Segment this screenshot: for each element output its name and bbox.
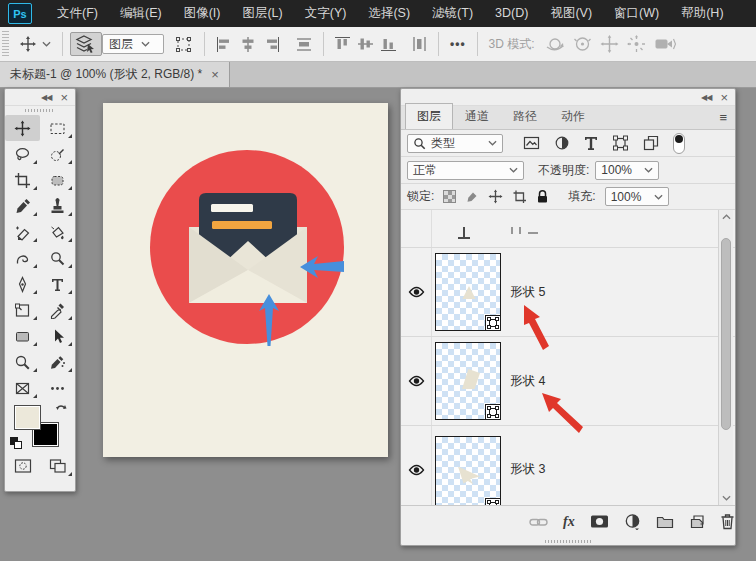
eraser-tool[interactable]: [5, 219, 40, 245]
tab-actions[interactable]: 动作: [549, 103, 597, 129]
slice-tool[interactable]: [5, 375, 40, 401]
dodge-tool[interactable]: [40, 245, 75, 271]
lock-artboard-icon[interactable]: [512, 189, 527, 204]
eyedropper-tool[interactable]: [40, 297, 75, 323]
layer-thumbnail[interactable]: [435, 253, 501, 331]
collapse-panel-icon[interactable]: ◀◀: [701, 93, 711, 102]
layer-row-shape3[interactable]: 形状 3: [401, 426, 735, 505]
align-bottom-button[interactable]: [377, 32, 400, 56]
lasso-tool[interactable]: [5, 141, 40, 167]
filter-adjustment-layers-icon[interactable]: [554, 135, 570, 151]
menu-window[interactable]: 窗口(W): [603, 0, 670, 27]
more-align-options-button[interactable]: •••: [446, 32, 470, 56]
align-left-button[interactable]: [212, 32, 236, 56]
close-panel-icon[interactable]: ×: [60, 91, 68, 104]
delete-layer-icon[interactable]: [720, 513, 735, 530]
filter-type-layers-icon[interactable]: [584, 135, 598, 151]
edit-toolbar-button[interactable]: [40, 375, 75, 401]
quick-mask-button[interactable]: [5, 453, 40, 479]
align-right-button[interactable]: [260, 32, 284, 56]
rectangular-marquee-tool[interactable]: [40, 115, 75, 141]
panel-menu-icon[interactable]: ≡: [719, 110, 727, 125]
collapse-panel-icon[interactable]: ◀◀: [41, 93, 51, 102]
lock-image-pixels-icon[interactable]: [465, 190, 479, 204]
tab-channels[interactable]: 通道: [453, 103, 501, 129]
layer-style-button[interactable]: fx: [563, 514, 575, 530]
distribute-vertical-button[interactable]: [408, 32, 431, 56]
path-selection-tool[interactable]: [40, 323, 75, 349]
layer-row-shape5[interactable]: 形状 5: [401, 248, 735, 337]
panel-resize-grip[interactable]: [401, 537, 735, 545]
filter-shape-layers-icon[interactable]: [612, 135, 629, 151]
filter-type-dropdown[interactable]: 类型: [407, 134, 503, 153]
scroll-down-icon[interactable]: [722, 495, 731, 501]
options-bar-grip[interactable]: [2, 31, 9, 57]
auto-select-target-dropdown[interactable]: 图层: [102, 34, 164, 54]
filter-pixel-layers-icon[interactable]: [523, 135, 540, 151]
canvas-document[interactable]: [103, 103, 388, 457]
photoshop-logo[interactable]: Ps: [8, 3, 32, 24]
menu-help[interactable]: 帮助(H): [670, 0, 734, 27]
new-group-icon[interactable]: [656, 514, 674, 529]
filter-smart-objects-icon[interactable]: [643, 135, 659, 151]
crop-tool[interactable]: [5, 167, 40, 193]
close-panel-icon[interactable]: ×: [720, 91, 728, 104]
auto-select-button[interactable]: [70, 32, 102, 56]
3d-roll-button[interactable]: [569, 32, 596, 56]
3d-slide-button[interactable]: [623, 32, 650, 56]
menu-edit[interactable]: 编辑(E): [109, 0, 173, 27]
layer-row-shape4[interactable]: 形状 4: [401, 337, 735, 426]
visibility-toggle[interactable]: [401, 375, 431, 387]
layers-scrollbar[interactable]: [718, 210, 733, 505]
tab-paths[interactable]: 路径: [501, 103, 549, 129]
3d-zoom-camera-button[interactable]: [650, 32, 680, 56]
menu-3d[interactable]: 3D(D): [484, 0, 539, 27]
align-top-button[interactable]: [331, 32, 354, 56]
lock-transparent-pixels-icon[interactable]: [443, 190, 456, 203]
close-document-icon[interactable]: ×: [211, 68, 219, 81]
menu-type[interactable]: 文字(Y): [294, 0, 358, 27]
3d-pan-button[interactable]: [596, 32, 623, 56]
menu-image[interactable]: 图像(I): [173, 0, 232, 27]
foreground-color-swatch[interactable]: [14, 405, 41, 430]
visibility-toggle[interactable]: [401, 464, 431, 476]
menu-filter[interactable]: 滤镜(T): [421, 0, 484, 27]
screen-mode-button[interactable]: [40, 453, 75, 479]
clone-stamp-tool[interactable]: [40, 193, 75, 219]
swap-colors-icon[interactable]: [55, 403, 68, 416]
filter-toggle-switch[interactable]: [673, 133, 685, 154]
add-layer-mask-icon[interactable]: [590, 514, 609, 529]
scrollbar-thumb[interactable]: [721, 238, 731, 430]
scroll-up-icon[interactable]: [722, 214, 731, 220]
move-tool[interactable]: [5, 115, 40, 141]
align-horizontal-center-button[interactable]: [236, 32, 260, 56]
menu-file[interactable]: 文件(F): [46, 0, 109, 27]
move-tool-preset-icon[interactable]: [15, 32, 55, 56]
healing-patch-tool[interactable]: [40, 167, 75, 193]
quick-selection-tool[interactable]: [40, 141, 75, 167]
document-tab[interactable]: 未标题-1 @ 100% (形状 2, RGB/8) * ×: [0, 62, 230, 87]
3d-orbit-button[interactable]: [541, 32, 569, 56]
fill-dropdown[interactable]: 100%: [605, 187, 669, 206]
blend-mode-dropdown[interactable]: 正常: [407, 161, 524, 180]
default-colors-icon[interactable]: [10, 437, 23, 449]
layer-name[interactable]: 形状 4: [510, 373, 545, 390]
layer-row-partial[interactable]: [401, 210, 735, 248]
lock-position-icon[interactable]: [488, 189, 503, 204]
brush-tool[interactable]: [5, 193, 40, 219]
align-vertical-center-button[interactable]: [354, 32, 377, 56]
tab-layers[interactable]: 图层: [405, 103, 453, 129]
shape-tool[interactable]: [5, 323, 40, 349]
type-tool[interactable]: [40, 271, 75, 297]
layer-thumbnail[interactable]: [435, 436, 501, 506]
pen-tool[interactable]: [5, 271, 40, 297]
layer-name[interactable]: 形状 5: [510, 284, 545, 301]
menu-view[interactable]: 视图(V): [539, 0, 603, 27]
new-layer-icon[interactable]: [689, 514, 705, 530]
lock-all-icon[interactable]: [536, 189, 549, 204]
opacity-dropdown[interactable]: 100%: [595, 161, 659, 180]
smudge-tool[interactable]: [5, 245, 40, 271]
distribute-horizontal-button[interactable]: [292, 32, 316, 56]
show-transform-controls-button[interactable]: [170, 32, 197, 56]
mixer-brush-tool[interactable]: [40, 349, 75, 375]
